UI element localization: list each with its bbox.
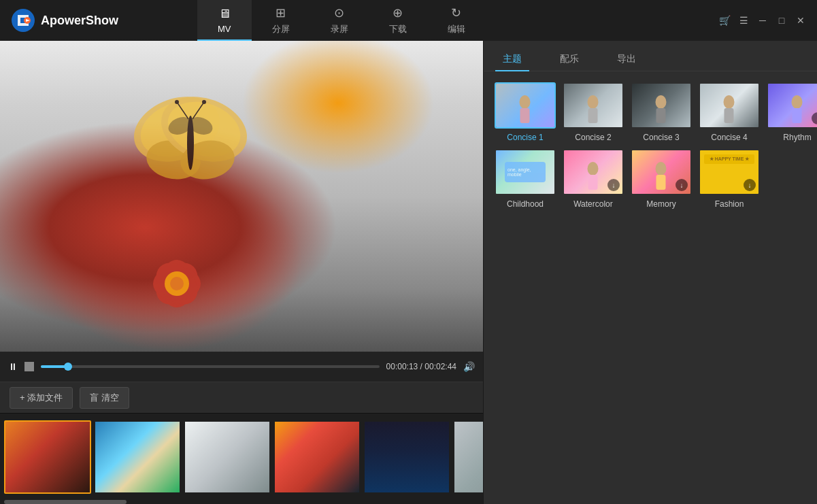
playback-controls: ⏸ 00:00:13 / 00:02:44 🔊 <box>0 352 483 382</box>
theme-concise2[interactable]: Concise 2 <box>563 82 624 142</box>
nav-tab-edit-label: 编辑 <box>448 23 465 35</box>
video-preview-area <box>0 41 483 352</box>
app-logo-icon <box>11 8 35 33</box>
right-panel: 主题 配乐 导出 Concise 1 <box>483 41 817 504</box>
theme-concise4-label: Concise 4 <box>711 133 747 142</box>
scrollbar-area <box>0 500 483 504</box>
split-icon: ⊞ <box>276 5 286 20</box>
tab-music[interactable]: 配乐 <box>541 48 598 71</box>
theme-rhythm[interactable]: ↓ Rhythm <box>767 82 817 142</box>
nav-tab-record-label: 录屏 <box>331 23 348 35</box>
current-time: 00:00:13 <box>386 362 418 371</box>
nav-tabs: 🖥 MV ⊞ 分屏 ⊙ 录屏 ⊕ 下载 ↻ 编辑 <box>197 0 719 41</box>
theme-watercolor-label: Watercolor <box>573 199 613 209</box>
butterfly-decoration <box>122 82 259 204</box>
theme-concise1[interactable]: Concise 1 <box>495 82 556 142</box>
video-preview <box>0 41 483 352</box>
left-panel: ⏸ 00:00:13 / 00:02:44 🔊 + 添加文件 盲 清空 <box>0 41 483 504</box>
flower-decoration <box>136 250 218 331</box>
theme-memory-label: Memory <box>646 199 676 209</box>
scrollbar-thumb[interactable] <box>4 500 127 504</box>
theme-childhood-label: Childhood <box>507 199 544 209</box>
nav-tab-edit[interactable]: ↻ 编辑 <box>427 0 486 41</box>
time-display: 00:00:13 / 00:02:44 <box>386 362 456 371</box>
tab-theme[interactable]: 主题 <box>484 48 541 71</box>
svg-point-33 <box>656 162 667 175</box>
thumbnail-3[interactable] <box>184 420 271 494</box>
svg-rect-22 <box>520 108 530 123</box>
record-icon: ⊙ <box>334 5 344 20</box>
stop-button[interactable] <box>24 362 34 371</box>
theme-concise3[interactable]: Concise 3 <box>631 82 692 142</box>
app-title: ApowerShow <box>41 14 118 28</box>
svg-point-10 <box>187 116 194 170</box>
svg-point-31 <box>588 162 599 175</box>
watercolor-download-badge: ↓ <box>607 179 620 191</box>
svg-point-27 <box>724 95 735 109</box>
svg-point-25 <box>656 95 667 109</box>
file-controls: + 添加文件 盲 清空 <box>0 382 483 413</box>
fashion-download-badge: ↓ <box>744 179 756 191</box>
thumbnail-1[interactable] <box>4 420 91 494</box>
volume-button[interactable]: 🔊 <box>463 361 475 372</box>
theme-concise1-label: Concise 1 <box>507 133 543 142</box>
main-content: ⏸ 00:00:13 / 00:02:44 🔊 + 添加文件 盲 清空 <box>0 41 817 504</box>
theme-rhythm-label: Rhythm <box>783 133 811 142</box>
theme-fashion-label: Fashion <box>715 199 744 209</box>
nav-tab-download[interactable]: ⊕ 下载 <box>369 0 427 41</box>
thumbnail-5[interactable] <box>363 420 450 494</box>
nav-tab-mv[interactable]: 🖥 MV <box>197 0 252 41</box>
thumbnail-2[interactable] <box>94 420 181 494</box>
nav-tab-split-label: 分屏 <box>272 23 290 35</box>
theme-fashion[interactable]: ★ HAPPY TIME ★ ↓ Fashion <box>699 149 760 209</box>
svg-rect-32 <box>588 175 598 190</box>
nav-tab-split[interactable]: ⊞ 分屏 <box>252 0 310 41</box>
svg-rect-28 <box>724 108 734 123</box>
thumbnail-4[interactable] <box>273 420 361 494</box>
svg-rect-34 <box>656 175 666 190</box>
theme-concise2-label: Concise 2 <box>575 133 611 142</box>
nav-tab-download-label: 下载 <box>389 23 407 35</box>
window-controls: 🛒 ☰ ─ □ ✕ <box>719 15 817 26</box>
list-icon[interactable]: ☰ <box>738 15 749 26</box>
clear-button[interactable]: 盲 清空 <box>80 387 129 409</box>
nav-tab-mv-label: MV <box>218 24 231 34</box>
memory-download-badge: ↓ <box>676 179 688 191</box>
progress-thumb <box>64 363 72 371</box>
theme-childhood[interactable]: one, angle, mobile Childhood <box>495 149 556 209</box>
svg-point-13 <box>175 100 179 104</box>
total-time: 00:02:44 <box>424 362 456 371</box>
mv-icon: 🖥 <box>218 7 231 21</box>
minimize-button[interactable]: ─ <box>757 15 768 26</box>
titlebar: ApowerShow 🖥 MV ⊞ 分屏 ⊙ 录屏 ⊕ 下载 ↻ 编辑 🛒 ☰ … <box>0 0 817 41</box>
svg-rect-24 <box>588 108 598 123</box>
tab-export[interactable]: 导出 <box>598 48 655 71</box>
svg-point-23 <box>588 95 599 109</box>
nav-tab-record[interactable]: ⊙ 录屏 <box>310 0 369 41</box>
theme-concise3-label: Concise 3 <box>643 133 679 142</box>
theme-grid: Concise 1 Concise 2 <box>484 71 817 220</box>
add-file-button[interactable]: + 添加文件 <box>10 387 73 409</box>
download-icon: ⊕ <box>393 5 403 20</box>
theme-concise4[interactable]: Concise 4 <box>699 82 760 142</box>
svg-point-14 <box>202 100 206 104</box>
close-button[interactable]: ✕ <box>795 15 806 26</box>
edit-icon: ↻ <box>451 5 461 20</box>
theme-memory[interactable]: ↓ Memory <box>631 149 692 209</box>
thumbnail-6[interactable] <box>453 420 483 494</box>
cart-icon[interactable]: 🛒 <box>719 15 730 26</box>
logo-area: ApowerShow <box>0 8 197 33</box>
right-tabs: 主题 配乐 导出 <box>484 41 817 71</box>
theme-watercolor[interactable]: ↓ Watercolor <box>563 149 624 209</box>
progress-bar[interactable] <box>41 365 380 368</box>
svg-rect-30 <box>793 108 802 123</box>
svg-point-21 <box>520 95 531 109</box>
thumbnail-strip <box>0 413 483 500</box>
svg-point-20 <box>170 277 184 290</box>
svg-point-29 <box>792 95 803 109</box>
play-pause-button[interactable]: ⏸ <box>8 361 18 372</box>
svg-rect-26 <box>656 108 666 123</box>
svg-point-0 <box>12 9 35 32</box>
maximize-button[interactable]: □ <box>776 15 787 26</box>
